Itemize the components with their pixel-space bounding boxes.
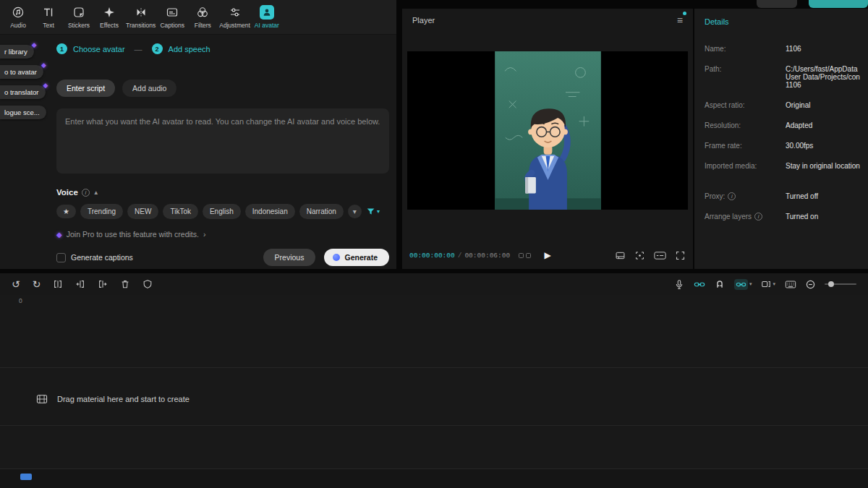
timeline-empty-state: Drag material here and start to create bbox=[36, 394, 190, 404]
detail-value: Stay in original location bbox=[786, 162, 868, 170]
voice-section-header[interactable]: Voice i ▲ bbox=[56, 188, 99, 197]
detail-value: Original bbox=[786, 101, 868, 109]
audio-icon bbox=[12, 5, 25, 20]
detail-label: Imported media: bbox=[705, 162, 786, 170]
mask-icon[interactable] bbox=[142, 279, 153, 289]
detail-row-arrange-layers: Arrange layersi Turned on bbox=[705, 213, 868, 221]
pro-diamond-icon: ◆ bbox=[41, 61, 46, 69]
redo-icon[interactable]: ↻ bbox=[33, 279, 41, 289]
timeline-zoom-slider[interactable] bbox=[825, 283, 856, 285]
toolbar-item-transitions[interactable]: Transitions bbox=[124, 5, 157, 29]
microphone-icon[interactable] bbox=[674, 279, 684, 290]
sidebar-item-video-translator[interactable]: o translator ◆ bbox=[0, 85, 46, 99]
undo-icon[interactable]: ↺ bbox=[12, 279, 20, 289]
info-icon: i bbox=[728, 192, 736, 200]
time-separator: / bbox=[458, 252, 462, 260]
previous-button[interactable]: Previous bbox=[263, 249, 316, 266]
more-chips-dropdown[interactable]: ▾ bbox=[348, 205, 362, 218]
toolbar-label: Filters bbox=[195, 22, 211, 29]
chip-trending[interactable]: Trending bbox=[80, 204, 123, 219]
video-preview[interactable] bbox=[407, 51, 688, 210]
frame-grid-icon-2[interactable] bbox=[526, 253, 531, 258]
favorites-chip[interactable]: ★ bbox=[56, 205, 76, 218]
step-2-label: Add speech bbox=[169, 45, 210, 53]
toolbar-item-filters[interactable]: Filters bbox=[187, 5, 218, 29]
chip-indonesian[interactable]: Indonesian bbox=[245, 204, 295, 219]
clip-options[interactable]: ▾ bbox=[761, 279, 775, 289]
chip-tiktok[interactable]: TikTok bbox=[163, 204, 198, 219]
toolbar-item-effects[interactable]: Effects bbox=[94, 5, 124, 29]
player-menu-icon[interactable]: ≡ bbox=[677, 15, 683, 25]
ai-avatar-icon bbox=[260, 5, 274, 20]
detail-value: 30.00fps bbox=[786, 142, 868, 150]
preview-quality-badge[interactable] bbox=[654, 251, 666, 260]
timeline-scroll-thumb[interactable] bbox=[20, 474, 32, 480]
step-indicator: 1 Choose avatar — 2 Add speech bbox=[56, 43, 210, 54]
sidebar-item-dialogue-scene[interactable]: logue sce... bbox=[0, 106, 46, 119]
split-icon[interactable] bbox=[53, 279, 63, 289]
timeline-area[interactable]: 0 Drag material here and start to create bbox=[0, 295, 868, 488]
script-input[interactable] bbox=[56, 108, 389, 174]
fullscreen-icon[interactable] bbox=[675, 250, 686, 261]
chip-english[interactable]: English bbox=[203, 204, 241, 219]
titlebar-button-partial[interactable] bbox=[757, 0, 797, 8]
toolbar-label: AI avatar bbox=[255, 22, 279, 29]
link-toggle[interactable]: ▾ bbox=[734, 279, 752, 290]
flyout-label: o translator bbox=[4, 88, 39, 96]
detail-row-proxy: Proxy:i Turned off bbox=[705, 192, 868, 200]
tab-add-audio[interactable]: Add audio bbox=[122, 80, 176, 97]
toolbar-item-text[interactable]: Text bbox=[33, 5, 64, 29]
toolbar-item-stickers[interactable]: Stickers bbox=[64, 5, 94, 29]
delete-right-icon[interactable] bbox=[98, 279, 108, 289]
detail-label: Proxy:i bbox=[705, 192, 786, 200]
toolbar-label: Text bbox=[43, 22, 54, 29]
zoom-out-icon[interactable] bbox=[806, 280, 815, 289]
keyboard-shortcuts-icon[interactable] bbox=[785, 280, 796, 289]
detail-label: Frame rate: bbox=[705, 142, 786, 150]
toolbar-item-audio[interactable]: Audio bbox=[3, 5, 33, 29]
ratio-icon[interactable] bbox=[615, 250, 626, 261]
sync-icon[interactable] bbox=[694, 280, 705, 289]
transitions-icon bbox=[135, 5, 148, 20]
detail-label: Name: bbox=[705, 45, 786, 53]
zoom-slider-knob[interactable] bbox=[828, 281, 834, 287]
player-controls: 00:00:00:00 / 00:00:06:00 ▶ bbox=[402, 246, 693, 265]
chevron-down-icon: ▾ bbox=[749, 281, 752, 287]
detail-row-resolution: Resolution: Adapted bbox=[705, 121, 868, 129]
delete-left-icon[interactable] bbox=[75, 279, 85, 289]
player-panel: Player ≡ bbox=[402, 9, 693, 269]
chip-new[interactable]: NEW bbox=[127, 204, 158, 219]
frame-grid-icon-1[interactable] bbox=[519, 253, 524, 258]
generate-captions-checkbox[interactable] bbox=[56, 253, 66, 262]
toolbar-item-captions[interactable]: Captions bbox=[157, 5, 187, 29]
detail-value: Turned off bbox=[786, 192, 868, 200]
magnet-icon[interactable] bbox=[715, 279, 725, 289]
detail-label: Aspect ratio: bbox=[705, 101, 786, 109]
voice-filter-button[interactable]: ▾ bbox=[366, 207, 380, 216]
step-2-number: 2 bbox=[152, 43, 163, 54]
text-icon bbox=[42, 5, 55, 20]
detail-row-frame-rate: Frame rate: 30.00fps bbox=[705, 142, 868, 150]
toolbar-label: Audio bbox=[10, 22, 26, 29]
tab-enter-script[interactable]: Enter script bbox=[56, 80, 115, 97]
voice-filter-chips: ★ Trending NEW TikTok English Indonesian… bbox=[56, 204, 380, 219]
filters-icon bbox=[196, 5, 209, 20]
toolbar-item-adjustment[interactable]: Adjustment bbox=[218, 5, 252, 29]
detail-row-imported-media: Imported media: Stay in original locatio… bbox=[705, 162, 868, 170]
focus-icon[interactable] bbox=[634, 250, 645, 261]
play-button[interactable]: ▶ bbox=[544, 250, 550, 260]
export-button-partial[interactable] bbox=[809, 0, 868, 8]
chip-narration[interactable]: Narration bbox=[299, 204, 344, 219]
captions-icon bbox=[166, 5, 179, 20]
collapse-icon[interactable]: ▲ bbox=[93, 189, 99, 196]
toolbar-item-ai-avatar[interactable]: AI avatar bbox=[252, 5, 282, 29]
adjustment-icon bbox=[229, 5, 242, 20]
sidebar-item-photo-to-avatar[interactable]: o to avatar ◆ bbox=[0, 65, 43, 79]
pro-banner[interactable]: ◆ Join Pro to use this feature with cred… bbox=[56, 230, 205, 239]
chevron-right-icon: › bbox=[203, 230, 206, 239]
sidebar-item-avatar-library[interactable]: r library ◆ bbox=[0, 45, 34, 59]
delete-icon[interactable] bbox=[120, 279, 130, 289]
funnel-icon bbox=[366, 207, 375, 216]
generate-button[interactable]: Generate bbox=[324, 249, 389, 266]
timeline-empty-message: Drag material here and start to create bbox=[57, 395, 190, 403]
